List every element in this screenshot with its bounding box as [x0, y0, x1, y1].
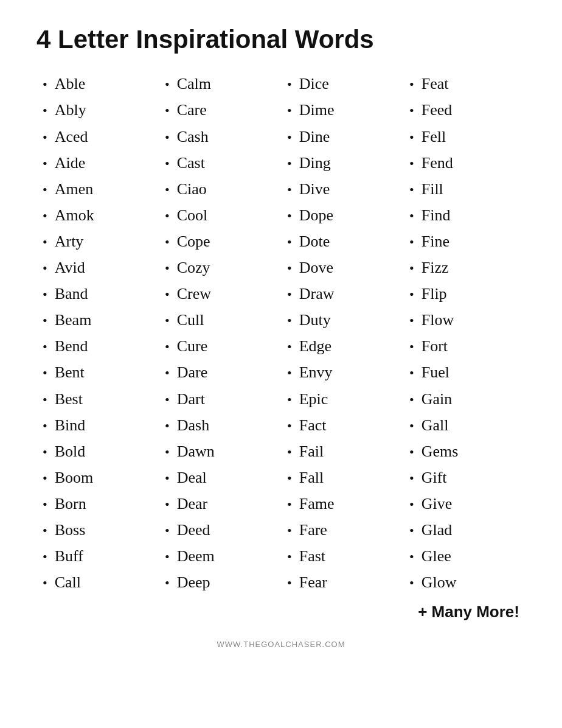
bullet-icon: • — [165, 181, 170, 199]
word-text: Dare — [177, 362, 208, 383]
list-item: •Fear — [287, 572, 397, 593]
list-item: •Aced — [43, 126, 153, 147]
word-text: Deed — [177, 519, 210, 541]
bullet-icon: • — [409, 181, 414, 199]
bullet-icon: • — [165, 312, 170, 330]
list-item: •Deep — [165, 572, 275, 593]
bullet-icon: • — [165, 285, 170, 304]
list-item: •Fail — [287, 441, 397, 462]
bullet-icon: • — [409, 417, 414, 435]
bullet-icon: • — [43, 469, 47, 488]
bullet-icon: • — [287, 233, 292, 251]
word-text: Deem — [177, 545, 215, 567]
word-text: Give — [422, 493, 453, 514]
word-text: Dope — [299, 205, 333, 226]
word-text: Feat — [422, 73, 449, 94]
bullet-icon: • — [165, 102, 170, 120]
bullet-icon: • — [165, 574, 170, 592]
word-text: Cure — [177, 335, 208, 357]
word-text: Bind — [55, 415, 86, 436]
bullet-icon: • — [165, 128, 170, 147]
list-item: •Boss — [43, 519, 153, 541]
list-item: •Fact — [287, 415, 397, 436]
bullet-icon: • — [287, 207, 292, 225]
list-item: •Fell — [409, 126, 519, 147]
bullet-icon: • — [287, 417, 292, 435]
list-item: •Amok — [43, 205, 153, 226]
word-columns: •Able•Ably•Aced•Aide•Amen•Amok•Arty•Avid… — [36, 73, 526, 598]
bullet-icon: • — [409, 285, 414, 304]
bullet-icon: • — [409, 574, 414, 592]
list-item: •Cozy — [165, 257, 275, 278]
list-item: •Flip — [409, 283, 519, 304]
word-text: Flip — [422, 283, 447, 304]
bullet-icon: • — [409, 391, 414, 409]
bullet-icon: • — [409, 207, 414, 225]
bullet-icon: • — [409, 102, 414, 120]
bullet-icon: • — [287, 155, 292, 173]
word-text: Ably — [55, 99, 86, 121]
list-item: •Dash — [165, 415, 275, 436]
list-item: •Dope — [287, 205, 397, 226]
word-text: Cozy — [177, 257, 210, 278]
list-item: •Cash — [165, 126, 275, 147]
bullet-icon: • — [287, 128, 292, 147]
list-item: •Aide — [43, 152, 153, 173]
bullet-icon: • — [165, 233, 170, 251]
list-item: •Born — [43, 493, 153, 514]
list-item: •Care — [165, 99, 275, 121]
list-item: •Dear — [165, 493, 275, 514]
bullet-icon: • — [287, 364, 292, 382]
word-text: Cope — [177, 231, 210, 252]
list-item: •Arty — [43, 231, 153, 252]
bullet-icon: • — [43, 443, 47, 461]
list-item: •Dote — [287, 231, 397, 252]
bullet-icon: • — [409, 75, 414, 94]
list-item: •Boom — [43, 467, 153, 488]
footer-url: WWW.THEGOALCHASER.COM — [36, 640, 526, 649]
word-text: Cool — [177, 205, 208, 226]
word-text: Draw — [299, 283, 335, 304]
list-item: •Ding — [287, 152, 397, 173]
word-text: Dive — [299, 178, 330, 200]
list-item: •Dice — [287, 73, 397, 94]
list-item: •Fast — [287, 545, 397, 567]
bullet-icon: • — [287, 495, 292, 514]
word-text: Dear — [177, 493, 208, 514]
word-text: Gems — [422, 441, 459, 462]
bullet-icon: • — [165, 259, 170, 278]
word-text: Fill — [422, 178, 443, 200]
word-text: Envy — [299, 362, 333, 383]
word-text: Cull — [177, 309, 204, 331]
list-item: •Call — [43, 572, 153, 593]
page-title: 4 Letter Inspirational Words — [36, 24, 526, 55]
word-text: Deal — [177, 467, 207, 488]
word-text: Dine — [299, 126, 330, 147]
bullet-icon: • — [43, 233, 47, 251]
list-item: •Bind — [43, 415, 153, 436]
word-text: Calm — [177, 73, 211, 94]
bullet-icon: • — [165, 522, 170, 540]
list-item: •Fall — [287, 467, 397, 488]
list-item: •Deed — [165, 519, 275, 541]
word-text: Boom — [55, 467, 94, 488]
bullet-icon: • — [43, 155, 47, 173]
bullet-icon: • — [287, 102, 292, 120]
list-item: •Calm — [165, 73, 275, 94]
list-item: •Amen — [43, 178, 153, 200]
list-item: •Avid — [43, 257, 153, 278]
list-item: •Deem — [165, 545, 275, 567]
word-text: Dash — [177, 415, 209, 436]
list-item: •Buff — [43, 545, 153, 567]
bullet-icon: • — [43, 285, 47, 304]
bullet-icon: • — [287, 75, 292, 94]
list-item: •Find — [409, 205, 519, 226]
word-text: Amok — [55, 205, 94, 226]
word-text: Fine — [422, 231, 449, 252]
word-text: Find — [422, 205, 451, 226]
bullet-icon: • — [43, 102, 47, 120]
bullet-icon: • — [409, 259, 414, 278]
bullet-icon: • — [287, 469, 292, 488]
bullet-icon: • — [43, 417, 47, 435]
column-4: •Feat•Feed•Fell•Fend•Fill•Find•Fine•Fizz… — [403, 73, 526, 598]
